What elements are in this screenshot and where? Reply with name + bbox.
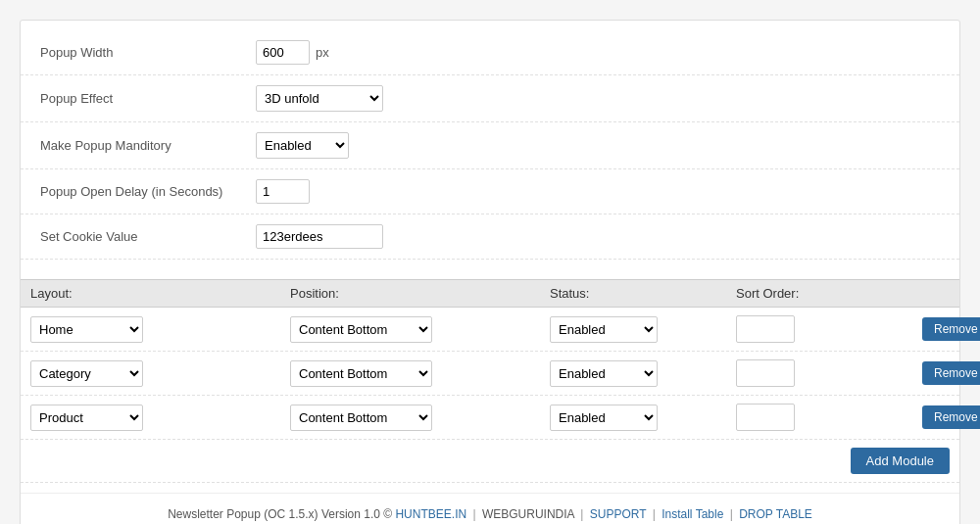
popup-width-row: Popup Width px	[21, 30, 959, 75]
status-cell-2: Enabled Disabled	[550, 360, 736, 387]
main-container: Popup Width px Popup Effect 3D unfold Fa…	[20, 20, 960, 524]
action-cell-3: Remove	[922, 405, 980, 429]
module-row-2: Home Category Product Account Checkout C…	[21, 352, 959, 396]
sort-cell-1	[736, 315, 922, 343]
remove-button-1[interactable]: Remove	[922, 317, 980, 341]
position-select-3[interactable]: Content Bottom Content Top Column Left C…	[290, 405, 432, 431]
module-table-header: Layout: Position: Status: Sort Order:	[21, 279, 959, 308]
footer-huntbee-link[interactable]: HUNTBEE.IN	[395, 507, 466, 521]
popup-width-label: Popup Width	[40, 45, 256, 60]
footer-text: Newsletter Popup (OC 1.5.x) Version 1.0 …	[168, 507, 392, 521]
layout-select-3[interactable]: Home Category Product Account Checkout	[30, 405, 143, 431]
position-cell-3: Content Bottom Content Top Column Left C…	[290, 405, 550, 431]
cookie-row: Set Cookie Value	[21, 214, 959, 260]
add-module-button[interactable]: Add Module	[851, 448, 950, 474]
add-module-row: Add Module	[21, 440, 959, 483]
popup-effect-label: Popup Effect	[40, 91, 256, 106]
layout-select-1[interactable]: Home Category Product Account Checkout	[30, 316, 143, 343]
header-sort-order: Sort Order:	[736, 286, 922, 301]
cookie-control	[256, 224, 383, 249]
layout-cell-3: Home Category Product Account Checkout	[30, 405, 290, 431]
form-section: Popup Width px Popup Effect 3D unfold Fa…	[21, 21, 959, 269]
popup-mandatory-control: Enabled Disabled	[256, 132, 349, 159]
header-actions	[922, 286, 980, 301]
popup-effect-control: 3D unfold Fade Slide Zoom	[256, 85, 383, 112]
popup-delay-input[interactable]	[256, 179, 310, 204]
status-select-2[interactable]: Enabled Disabled	[550, 360, 658, 387]
header-layout: Layout:	[30, 286, 290, 301]
popup-effect-row: Popup Effect 3D unfold Fade Slide Zoom	[21, 75, 959, 122]
remove-button-2[interactable]: Remove	[922, 361, 980, 385]
layout-select-2[interactable]: Home Category Product Account Checkout	[30, 360, 143, 387]
footer-webguru: WEBGURUINDIA	[482, 507, 574, 521]
module-row-1: Home Category Product Account Checkout C…	[21, 308, 959, 352]
sort-cell-2	[736, 359, 922, 387]
popup-delay-label: Popup Open Delay (in Seconds)	[40, 184, 256, 199]
px-label: px	[316, 45, 329, 60]
status-cell-3: Enabled Disabled	[550, 405, 736, 431]
position-select-1[interactable]: Content Bottom Content Top Column Left C…	[290, 316, 432, 343]
popup-width-input[interactable]	[256, 40, 310, 65]
module-table-section: Layout: Position: Status: Sort Order: Ho…	[21, 279, 959, 483]
cookie-label: Set Cookie Value	[40, 229, 256, 244]
layout-cell-1: Home Category Product Account Checkout	[30, 316, 290, 343]
popup-mandatory-label: Make Popup Manditory	[40, 138, 256, 153]
footer: Newsletter Popup (OC 1.5.x) Version 1.0 …	[21, 493, 959, 524]
action-cell-1: Remove	[922, 317, 980, 341]
remove-button-3[interactable]: Remove	[922, 405, 980, 429]
popup-effect-select[interactable]: 3D unfold Fade Slide Zoom	[256, 85, 383, 112]
position-cell-1: Content Bottom Content Top Column Left C…	[290, 316, 550, 343]
sort-cell-3	[736, 404, 922, 431]
action-cell-2: Remove	[922, 361, 980, 385]
sort-input-1[interactable]	[736, 315, 795, 343]
status-cell-1: Enabled Disabled	[550, 316, 736, 343]
popup-delay-control	[256, 179, 310, 204]
popup-delay-row: Popup Open Delay (in Seconds)	[21, 169, 959, 214]
status-select-3[interactable]: Enabled Disabled	[550, 405, 658, 431]
popup-mandatory-row: Make Popup Manditory Enabled Disabled	[21, 122, 959, 169]
sort-input-2[interactable]	[736, 359, 795, 387]
header-status: Status:	[550, 286, 736, 301]
module-row-3: Home Category Product Account Checkout C…	[21, 396, 959, 440]
layout-cell-2: Home Category Product Account Checkout	[30, 360, 290, 387]
footer-drop-link[interactable]: DROP TABLE	[739, 507, 812, 521]
footer-support-link[interactable]: SUPPORT	[590, 507, 647, 521]
popup-width-control: px	[256, 40, 329, 65]
popup-mandatory-select[interactable]: Enabled Disabled	[256, 132, 349, 159]
position-select-2[interactable]: Content Bottom Content Top Column Left C…	[290, 360, 432, 387]
cookie-input[interactable]	[256, 224, 383, 249]
header-position: Position:	[290, 286, 550, 301]
position-cell-2: Content Bottom Content Top Column Left C…	[290, 360, 550, 387]
footer-install-link[interactable]: Install Table	[662, 507, 723, 521]
status-select-1[interactable]: Enabled Disabled	[550, 316, 658, 343]
sort-input-3[interactable]	[736, 404, 795, 431]
